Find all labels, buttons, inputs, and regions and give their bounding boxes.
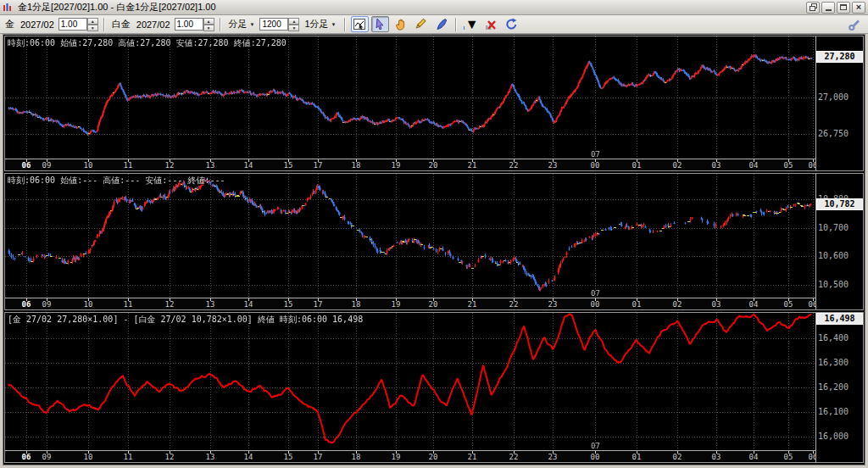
time-axis-label: 01 [632,300,642,309]
close-icon: × [856,3,861,12]
spread-time-axis: 0609101112131415171819202122230001020304… [5,450,815,462]
gold-label: 金 [5,18,14,31]
gold-multiplier-spin-down[interactable]: ▼ [87,25,98,31]
platinum-time-axis: 0609101112131415171819202122230001020304… [5,298,815,309]
time-axis-label: 06 [22,453,31,461]
platinum-multiplier-spin-up[interactable]: ▲ [203,18,214,25]
gold-plot-area[interactable]: 時刻:06:00 始値:27,280 高値:27,280 安値:27,280 終… [5,36,815,159]
settings-wrench-button[interactable] [845,17,863,33]
platinum-multiplier-spin-down[interactable]: ▼ [203,25,214,31]
time-axis-label: 06 [809,300,815,309]
time-axis-label: 09 [42,300,52,309]
platinum-plot-area[interactable]: 時刻:06:00 始値:--- 高値:--- 安値:--- 終値:--- 07 [5,174,815,298]
bar-count-spin-up[interactable]: ▲ [288,18,299,25]
window-maximize-button[interactable] [837,2,850,14]
price-axis-label: 10,500 [818,280,849,289]
time-axis-label: 01 [632,453,642,461]
window-minimize-button[interactable] [821,2,835,14]
time-axis-label: 17 [314,300,323,309]
time-axis-label: 22 [509,161,519,170]
current-price-box: 10,782 [816,198,863,210]
time-axis-label: 23 [548,161,558,170]
toolbar-separator [344,18,346,31]
gold-candlestick-canvas[interactable] [5,36,815,159]
time-axis-label: 14 [244,161,253,170]
chevron-down-icon: ▼ [250,22,255,27]
price-axis-label: 10,600 [818,251,849,260]
spread-formula-readout: [金 27/02 27,280×1.00] - [白金 27/02 10,782… [8,314,363,326]
gold-time-axis: 0609101112131415171819202122230001020304… [5,159,815,170]
refresh-button[interactable] [503,16,520,32]
toolbar-separator [103,18,105,31]
platinum-multiplier-stepper: ▲▼ [175,18,214,31]
select-tool-button[interactable] [371,16,389,32]
pencil-tool-button[interactable] [412,16,430,32]
platinum-price-axis: 10,80010,70010,60010,50010,782 [815,174,863,309]
window-float-button[interactable] [806,2,820,14]
maximize-icon [840,4,847,10]
chart-pointer-icon [353,19,366,31]
time-axis-label: 14 [244,453,253,461]
current-price-box: 27,280 [816,51,863,63]
delete-drawings-button[interactable] [482,16,500,32]
time-axis-label: 15 [284,161,293,170]
bar-count-input[interactable] [259,18,288,31]
time-axis-label: 22 [509,300,519,309]
price-axis-label: 16,300 [818,358,849,367]
window-close-button[interactable]: × [852,2,865,14]
pen-icon [435,18,448,31]
time-axis-label: 03 [712,453,721,461]
pen-tool-button[interactable] [432,16,450,32]
platinum-candlestick-canvas[interactable] [5,174,815,298]
time-axis-label: 22 [509,453,519,461]
bar-type-dropdown[interactable]: 分足▼ [226,17,258,31]
price-axis-label: 16,400 [818,333,849,343]
date-change-label: 07 [591,442,600,450]
time-axis-label: 14 [244,300,253,309]
spread-price-axis: 16,40016,30016,20016,10016,00016,498 [815,313,863,462]
time-axis-label: 15 [284,453,293,461]
time-axis-label: 06 [809,453,815,461]
time-axis-label: 04 [749,300,759,309]
time-axis-label: 00 [591,161,600,170]
time-axis-label: 20 [429,300,438,309]
hand-pan-tool-button[interactable] [392,16,409,32]
time-axis-label: 20 [429,453,438,461]
time-axis-label: 05 [784,453,793,461]
interval-dropdown[interactable]: 1分足▼ [302,17,338,31]
bar-chart-icon [463,19,465,31]
toolbar-separator [220,18,221,31]
spread-line-canvas[interactable] [5,313,815,450]
gold-multiplier-input[interactable] [58,18,87,31]
delete-x-icon [485,19,497,31]
time-axis-label: 05 [784,161,793,170]
gold-multiplier-spin-up[interactable]: ▲ [87,18,98,25]
bar-count-spin-down[interactable]: ▼ [288,25,299,31]
chart-pointer-tool-button[interactable] [351,16,369,32]
platinum-multiplier-input[interactable] [175,18,203,31]
time-axis-label: 06 [809,161,815,170]
price-axis-label: 16,000 [818,432,849,441]
time-axis-label: 13 [206,453,215,461]
time-axis-label: 12 [165,161,175,170]
time-axis-label: 20 [429,161,438,170]
refresh-icon [505,18,518,31]
time-axis-label: 03 [712,161,721,170]
time-axis-label: 05 [784,300,793,309]
time-axis-label: 10 [84,161,93,170]
select-arrow-icon [374,18,386,31]
time-axis-label: 18 [352,161,361,170]
spread-plot-area[interactable]: [金 27/02 27,280×1.00] - [白金 27/02 10,782… [5,313,815,450]
time-axis-label: 19 [392,300,401,309]
date-change-label: 07 [591,150,600,159]
indicator-dropdown-button[interactable]: ▼ [462,16,480,32]
price-axis-label: 16,100 [818,407,849,416]
time-axis-label: 13 [206,161,215,170]
time-axis-label: 02 [673,300,682,309]
time-axis-label: 12 [165,453,175,461]
time-axis-label: 09 [42,161,52,170]
time-axis-label: 18 [352,453,361,461]
time-axis-label: 10 [84,453,93,461]
price-axis-label: 27,000 [818,92,849,102]
time-axis-label: 13 [206,300,215,309]
